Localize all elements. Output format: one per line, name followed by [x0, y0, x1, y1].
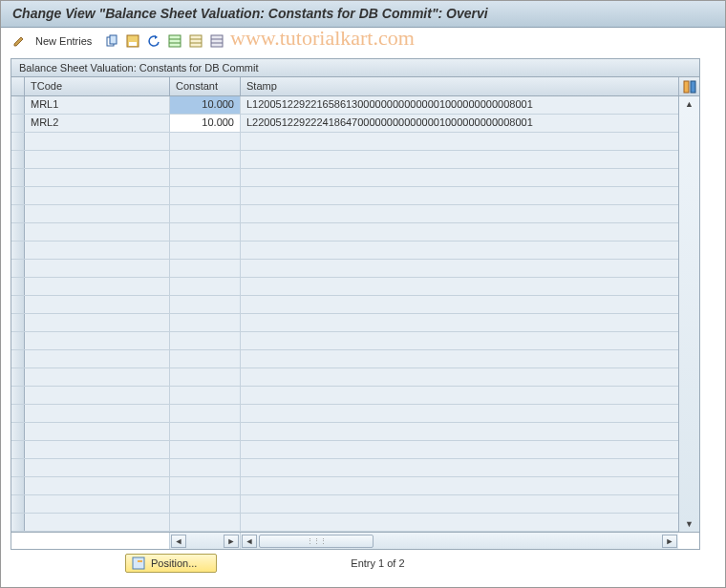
cell-tcode[interactable]: [25, 242, 170, 259]
cell-constant[interactable]: [170, 296, 241, 313]
row-handle[interactable]: [11, 115, 25, 132]
cell-constant[interactable]: 10.000: [170, 96, 241, 114]
cell-stamp[interactable]: [241, 151, 678, 168]
cell-constant[interactable]: 10.000: [170, 115, 241, 132]
save-icon[interactable]: [124, 32, 141, 50]
cell-constant[interactable]: [170, 260, 241, 277]
cell-tcode[interactable]: MRL2: [25, 115, 170, 132]
cell-tcode[interactable]: [25, 296, 170, 313]
cell-tcode[interactable]: [25, 441, 170, 458]
row-handle[interactable]: [11, 332, 25, 349]
cell-tcode[interactable]: [25, 169, 170, 186]
cell-stamp[interactable]: L120051229221658613000000000000001000000…: [241, 96, 678, 114]
row-handle[interactable]: [11, 314, 25, 331]
cell-constant[interactable]: [170, 514, 241, 531]
table-row[interactable]: [11, 441, 678, 459]
cell-constant[interactable]: [170, 314, 241, 331]
cell-tcode[interactable]: [25, 350, 170, 368]
cell-tcode[interactable]: [25, 477, 170, 494]
cell-constant[interactable]: [170, 151, 241, 168]
cell-stamp[interactable]: [241, 205, 678, 222]
table-config-icon[interactable]: [678, 77, 699, 95]
cell-constant[interactable]: [170, 350, 241, 368]
cell-stamp[interactable]: [241, 223, 678, 241]
table-row[interactable]: [11, 459, 678, 477]
table-row[interactable]: [11, 205, 678, 223]
cell-stamp[interactable]: [241, 405, 678, 422]
cell-stamp[interactable]: [241, 314, 678, 331]
cell-tcode[interactable]: [25, 260, 170, 277]
table-row[interactable]: [11, 314, 678, 332]
row-handle[interactable]: [11, 260, 25, 277]
cell-tcode[interactable]: [25, 187, 170, 204]
table-row[interactable]: [11, 387, 678, 405]
cell-stamp[interactable]: L220051229222418647000000000000001000000…: [241, 115, 678, 132]
cell-stamp[interactable]: [241, 260, 678, 277]
table-row[interactable]: [11, 423, 678, 441]
table-row[interactable]: [11, 278, 678, 296]
cell-tcode[interactable]: [25, 314, 170, 331]
cell-tcode[interactable]: [25, 368, 170, 386]
table-row[interactable]: [11, 133, 678, 151]
cell-stamp[interactable]: [241, 368, 678, 386]
cell-constant[interactable]: [170, 495, 241, 513]
table-row[interactable]: MRL210.000L22005122922241864700000000000…: [11, 115, 678, 133]
cell-tcode[interactable]: [25, 223, 170, 241]
cell-constant[interactable]: [170, 368, 241, 386]
col-header-tcode[interactable]: TCode: [25, 77, 170, 95]
position-button[interactable]: Position...: [125, 554, 217, 573]
row-handle[interactable]: [11, 242, 25, 259]
cell-stamp[interactable]: [241, 278, 678, 295]
cell-stamp[interactable]: [241, 350, 678, 368]
copy-icon[interactable]: [103, 32, 120, 50]
row-handle[interactable]: [11, 96, 25, 114]
row-handle[interactable]: [11, 405, 25, 422]
cell-tcode[interactable]: [25, 205, 170, 222]
table-row[interactable]: [11, 495, 678, 514]
cell-stamp[interactable]: [241, 477, 678, 494]
cell-constant[interactable]: [170, 133, 241, 150]
row-handle[interactable]: [11, 223, 25, 241]
cell-stamp[interactable]: [241, 495, 678, 513]
table-row[interactable]: [11, 169, 678, 187]
row-handle[interactable]: [11, 350, 25, 368]
cell-constant[interactable]: [170, 459, 241, 476]
scroll-down-icon[interactable]: ▼: [682, 516, 697, 532]
table-row[interactable]: [11, 296, 678, 314]
cell-constant[interactable]: [170, 387, 241, 404]
cell-stamp[interactable]: [241, 133, 678, 150]
row-handle[interactable]: [11, 296, 25, 313]
cell-tcode[interactable]: [25, 133, 170, 150]
cell-constant[interactable]: [170, 441, 241, 458]
hscroll-right-icon[interactable]: ►: [662, 535, 677, 548]
col-header-constant[interactable]: Constant: [170, 77, 241, 95]
cell-tcode[interactable]: MRL1: [25, 96, 170, 114]
cell-stamp[interactable]: [241, 169, 678, 186]
cell-tcode[interactable]: [25, 514, 170, 531]
select-all-icon[interactable]: [166, 32, 183, 50]
row-handle[interactable]: [11, 387, 25, 404]
row-handle[interactable]: [11, 423, 25, 440]
cell-tcode[interactable]: [25, 459, 170, 476]
hscroll-left-icon[interactable]: ◄: [242, 535, 257, 548]
row-handle[interactable]: [11, 495, 25, 513]
table-row[interactable]: MRL110.000L12005122922165861300000000000…: [11, 96, 678, 115]
cell-tcode[interactable]: [25, 495, 170, 513]
cell-constant[interactable]: [170, 205, 241, 222]
row-handle[interactable]: [11, 441, 25, 458]
cell-stamp[interactable]: [241, 423, 678, 440]
hscroll-tcode-area[interactable]: ◄ ►: [170, 533, 241, 549]
cell-stamp[interactable]: [241, 459, 678, 476]
row-handle[interactable]: [11, 459, 25, 476]
cell-stamp[interactable]: [241, 242, 678, 259]
row-handle[interactable]: [11, 187, 25, 204]
new-entries-button[interactable]: New Entries: [35, 35, 92, 47]
cell-tcode[interactable]: [25, 278, 170, 295]
cell-stamp[interactable]: [241, 332, 678, 349]
cell-constant[interactable]: [170, 332, 241, 349]
delimit-icon[interactable]: [208, 32, 225, 50]
cell-stamp[interactable]: [241, 296, 678, 313]
cell-constant[interactable]: [170, 169, 241, 186]
table-row[interactable]: [11, 242, 678, 260]
cell-tcode[interactable]: [25, 332, 170, 349]
